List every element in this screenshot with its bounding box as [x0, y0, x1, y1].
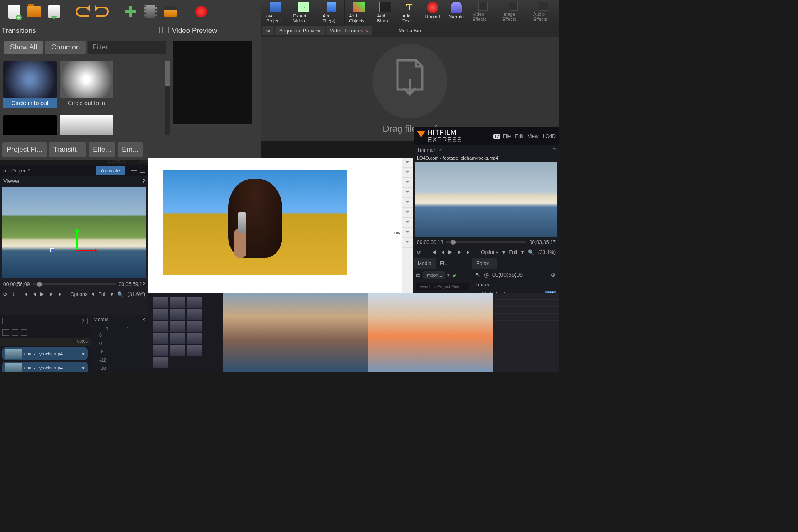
help-icon[interactable]: ?	[81, 318, 88, 324]
loop-icon[interactable]: ⟳	[417, 249, 421, 255]
side-dropdown[interactable]	[402, 198, 413, 208]
media-thumb[interactable]	[153, 345, 168, 356]
media-thumb[interactable]	[187, 333, 202, 344]
transition-item-partial[interactable]	[60, 115, 113, 135]
close-icon[interactable]: ×	[439, 147, 442, 153]
trimmer-canvas[interactable]	[415, 162, 557, 237]
property-row[interactable]	[493, 314, 559, 321]
media-thumb[interactable]	[187, 321, 202, 332]
chevron-down-icon[interactable]: ▾	[521, 249, 524, 255]
chevron-down-icon[interactable]: ▾	[92, 291, 94, 297]
media-tab[interactable]: Media	[414, 258, 436, 269]
side-dropdown[interactable]	[402, 238, 413, 248]
prev-frame-button[interactable]	[23, 292, 27, 296]
media-thumb[interactable]	[153, 357, 168, 368]
media-thumb[interactable]	[187, 345, 202, 356]
redo-button[interactable]	[94, 3, 111, 20]
image-effects-button[interactable]: Image Effects	[498, 0, 529, 25]
chevron-down-icon[interactable]: ▾	[447, 273, 450, 278]
chevron-down-icon[interactable]: ▾	[502, 249, 505, 255]
minimize-icon[interactable]	[131, 170, 137, 171]
side-dropdown[interactable]	[402, 208, 413, 218]
media-thumb[interactable]	[170, 333, 185, 344]
emojis-tab[interactable]: Em...	[118, 142, 143, 157]
play-button[interactable]	[40, 292, 46, 296]
import-button[interactable]: Import...	[423, 271, 445, 279]
y-axis-icon[interactable]	[76, 229, 78, 250]
menu-edit[interactable]: Edit	[515, 133, 524, 139]
media-thumb[interactable]	[170, 321, 185, 332]
close-panel-icon[interactable]	[162, 27, 169, 33]
cursor-icon[interactable]: ↖	[475, 271, 480, 278]
menu-view[interactable]: View	[528, 133, 539, 139]
timeline-clip[interactable]: com -...yrocks.mp4 ⚭	[2, 362, 88, 372]
show-all-tab[interactable]: Show All	[4, 41, 43, 54]
audio-effects-button[interactable]: Audio Effects	[529, 0, 559, 25]
side-dropdown[interactable]: ms	[402, 228, 413, 238]
transform-gizmo[interactable]	[52, 241, 97, 266]
timeline-ruler[interactable]: 00;05	[0, 338, 90, 346]
property-row[interactable]	[493, 342, 559, 349]
add-blank-button[interactable]: Add Blank	[373, 0, 399, 25]
media-thumb[interactable]	[187, 309, 202, 320]
step-fwd-button[interactable]	[50, 292, 54, 296]
next-frame-button[interactable]	[59, 292, 63, 296]
transition-item[interactable]: Circle out to in	[60, 61, 113, 108]
scrollbar[interactable]	[165, 61, 170, 135]
step-fwd-button[interactable]	[467, 250, 471, 254]
transition-item[interactable]: Circle in to out	[3, 61, 57, 108]
side-dropdown[interactable]	[402, 168, 413, 178]
save-project-button[interactable]	[46, 3, 62, 20]
time-slider[interactable]	[446, 241, 526, 243]
close-icon[interactable]: ×	[365, 28, 368, 34]
video-effects-button[interactable]: Video Effects	[468, 0, 498, 25]
import-files-button[interactable]	[122, 3, 139, 20]
project-files-tab[interactable]: Project Fi...	[2, 142, 47, 157]
maximize-icon[interactable]	[140, 168, 145, 173]
common-tab[interactable]: Common	[45, 41, 86, 54]
open-project-button[interactable]	[26, 3, 42, 20]
media-thumb[interactable]	[187, 297, 202, 308]
transitions-tab[interactable]: Transiti...	[49, 142, 86, 157]
step-back-button[interactable]	[32, 292, 36, 296]
search-icon[interactable]: 🔍	[117, 291, 123, 297]
editor-tab[interactable]: Editor	[472, 258, 497, 269]
property-row[interactable]	[493, 300, 559, 307]
side-dropdown[interactable]	[402, 218, 413, 228]
property-row[interactable]	[493, 293, 559, 300]
close-icon[interactable]: ×	[142, 317, 145, 323]
side-dropdown[interactable]	[402, 188, 413, 198]
effects-tab[interactable]: Effe...	[89, 142, 115, 157]
property-row[interactable]	[493, 321, 559, 328]
chevron-down-icon[interactable]: ▾	[111, 291, 113, 297]
undock-icon[interactable]	[153, 27, 160, 33]
link-icon[interactable]: ⚭	[81, 351, 85, 357]
help-icon[interactable]: ?	[142, 178, 145, 184]
menu-file[interactable]: File	[503, 133, 511, 139]
clapperboard-button[interactable]	[162, 3, 179, 20]
media-thumb[interactable]	[153, 297, 168, 308]
new-button[interactable]: ⊕	[452, 273, 456, 278]
side-dropdown[interactable]	[402, 158, 413, 168]
media-thumb[interactable]	[153, 333, 168, 344]
help-icon[interactable]: ?	[553, 147, 556, 153]
viewer-canvas[interactable]	[2, 187, 146, 278]
add-objects-button[interactable]: Add Objects	[345, 0, 373, 25]
add-text-button[interactable]: TAdd Text	[398, 0, 421, 25]
side-dropdown[interactable]	[402, 178, 413, 188]
gizmo-handle[interactable]	[50, 248, 54, 252]
undo-button[interactable]	[74, 3, 91, 20]
full-dropdown[interactable]: Full	[509, 249, 517, 255]
timeline-clip[interactable]: com -...yrocks.mp4 ⚭	[2, 347, 88, 360]
prev-frame-button[interactable]	[440, 250, 444, 254]
time-slider[interactable]	[33, 283, 115, 285]
snap-icon[interactable]	[21, 329, 27, 336]
filter-input[interactable]: Filter	[88, 41, 166, 54]
transition-item-partial[interactable]	[3, 115, 57, 135]
menu-icon[interactable]: ≡	[553, 282, 556, 287]
tab-w[interactable]: w	[262, 26, 274, 35]
property-row[interactable]	[493, 307, 559, 314]
film-button[interactable]	[142, 3, 159, 20]
tool-icon[interactable]	[2, 318, 9, 324]
property-row[interactable]	[493, 335, 559, 342]
